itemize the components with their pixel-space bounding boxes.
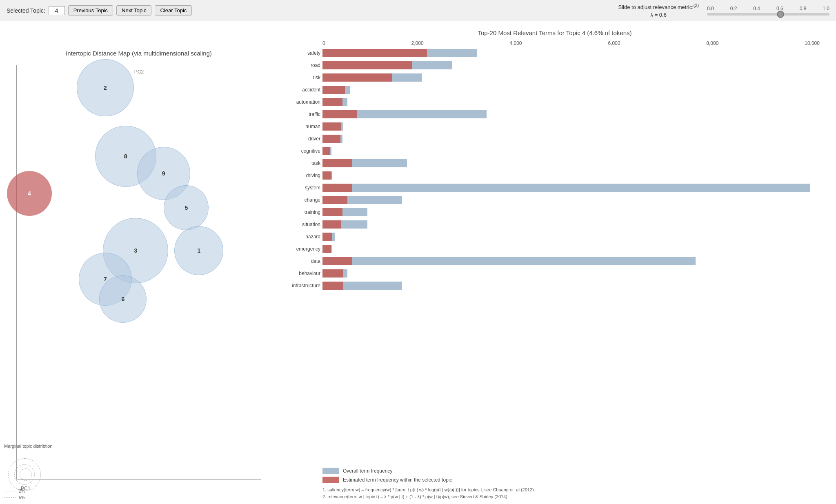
bar-row: task <box>322 158 820 169</box>
slider-thumb[interactable] <box>777 11 784 18</box>
bar-row: road <box>322 60 820 71</box>
topic-circle-2[interactable]: 2 <box>77 59 134 116</box>
bar-row: cognitive <box>322 146 820 156</box>
main-content: Intertopic Distance Map (via multidimens… <box>0 21 836 504</box>
x-axis-labels: 02,0004,0006,0008,00010,000 <box>322 40 820 46</box>
slider-labels: 0.0 0.2 0.4 0.6 0.8 1.0 <box>707 6 829 11</box>
bar-row: training <box>322 207 820 218</box>
bar-row: risk <box>322 72 820 83</box>
bar-row: hazard <box>322 231 820 242</box>
marginal-line-2pct <box>4 491 16 491</box>
topic-circle-4[interactable]: 4 <box>7 171 52 216</box>
topic-number-box: 4 <box>49 6 65 15</box>
topic-circle-5[interactable]: 5 <box>164 185 209 230</box>
slider-track[interactable] <box>707 13 829 16</box>
bar-row: human <box>322 121 820 132</box>
bar-row: traffic <box>322 109 820 120</box>
lambda-section: Slide to adjust relevance metric:(2) λ =… <box>618 3 699 18</box>
bar-row: driver <box>322 133 820 144</box>
chart-area: 02,0004,0006,0008,00010,000 safetyroadri… <box>282 40 828 464</box>
bar-row: safety <box>322 48 820 58</box>
map-title: Intertopic Distance Map (via multidimens… <box>4 50 273 57</box>
bar-row: infrastructure <box>322 280 820 291</box>
clear-topic-button[interactable]: Clear Topic <box>155 5 192 16</box>
legend-red-label: Estimated term frequency within the sele… <box>343 477 452 483</box>
prev-topic-button[interactable]: Previous Topic <box>68 5 113 16</box>
marginal-circle-small <box>20 468 32 481</box>
legend-red: Estimated term frequency within the sele… <box>322 477 828 483</box>
marginal-circles-area <box>4 450 53 487</box>
marginal-label-5pct: 5% <box>4 495 53 500</box>
topic-circle-6[interactable]: 6 <box>99 275 147 323</box>
chart-title: Top-20 Most Relevant Terms for Topic 4 (… <box>282 29 828 36</box>
bar-row: behaviour <box>322 268 820 279</box>
left-panel: Intertopic Distance Map (via multidimens… <box>0 21 278 504</box>
selected-topic-label: Selected Topic: <box>7 7 45 14</box>
legend-box-red <box>322 477 339 483</box>
top-bar-left: Selected Topic: 4 Previous Topic Next To… <box>7 5 408 16</box>
map-area: PC1 PC2 428953176 <box>16 65 261 480</box>
bar-row: accident <box>322 84 820 95</box>
legend-blue: Overall term frequency <box>322 468 828 474</box>
slider-section: 0.0 0.2 0.4 0.6 0.8 1.0 <box>707 6 829 16</box>
legend-area: Overall term frequency Estimated term fr… <box>282 468 828 483</box>
legend-box-blue <box>322 468 339 474</box>
legend-blue-label: Overall term frequency <box>343 468 392 474</box>
bar-rows: safetyroadriskaccidentautomationtraffich… <box>322 48 820 464</box>
right-panel: Top-20 Most Relevant Terms for Topic 4 (… <box>278 21 836 504</box>
marginal-title: Marginal topic distribtion <box>4 444 53 448</box>
topic-circle-1[interactable]: 1 <box>174 226 223 275</box>
lambda-title: Slide to adjust relevance metric:(2) <box>618 3 699 10</box>
marginal-legend: Marginal topic distribtion 2% 5% <box>4 444 53 500</box>
bar-row: emergency <box>322 244 820 254</box>
next-topic-button[interactable]: Next Topic <box>116 5 151 16</box>
top-bar: Selected Topic: 4 Previous Topic Next To… <box>0 0 836 21</box>
bar-row: driving <box>322 170 820 181</box>
lambda-value: λ = 0.6 <box>651 12 667 18</box>
bar-row: system <box>322 182 820 193</box>
top-bar-right: Slide to adjust relevance metric:(2) λ =… <box>429 3 830 18</box>
axis-pc2-label: PC2 <box>134 69 144 75</box>
bar-row: automation <box>322 97 820 107</box>
marginal-line-5pct <box>4 497 16 498</box>
footnotes: 1. saliency(term w) = frequency(w) * [su… <box>282 486 828 500</box>
bar-row: data <box>322 256 820 266</box>
bar-row: situation <box>322 219 820 230</box>
bar-row: change <box>322 195 820 205</box>
